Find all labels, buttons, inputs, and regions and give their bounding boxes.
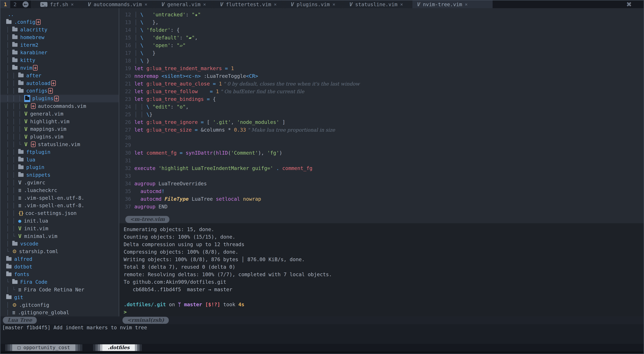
tree-item-kitty[interactable]: │ kitty (6, 56, 119, 64)
tree-item-..[interactable]: .. (6, 10, 119, 18)
code-line[interactable]: 31 (119, 157, 644, 164)
tree-item-fonts[interactable]: fonts (6, 271, 119, 278)
code-line[interactable]: 33 (119, 172, 644, 180)
code-line[interactable]: 16│ \ 'open': "▱" (119, 41, 644, 49)
tab-nvim-tree.vim[interactable]: Vnvim-tree.vim× (412, 0, 493, 8)
code-line[interactable]: 13│ \ }, (119, 18, 644, 26)
code-line[interactable]: 14│ \ 'folder': { (119, 26, 644, 34)
window-number-2[interactable]: 2 (10, 0, 20, 8)
tree-item-homebrew[interactable]: │ homebrew (6, 33, 119, 41)
tree-item-general.vim[interactable]: │ │ │ Vgeneral.vim (6, 110, 119, 118)
tree-item-.vim-spell-en.utf-8.[interactable]: │ │ ≡.vim-spell-en.utf-8. (6, 194, 119, 202)
tree-item-.luacheckrc[interactable]: │ │ ≡.luacheckrc (6, 186, 119, 194)
tree-item-.vim-spell-en.utf-8.[interactable]: │ │ ≡.vim-spell-en.utf-8. (6, 202, 119, 209)
code-line[interactable]: 15│ \ 'default': "▰", (119, 34, 644, 41)
tab-statusline.vim[interactable]: Vstatusline.vim× (345, 0, 408, 8)
tab-fzf.sh[interactable]: >_fzf.sh× (36, 0, 78, 8)
tab-autocommands.vim[interactable]: Vautocommands.vim× (83, 0, 152, 8)
window-number-1[interactable]: 1 (0, 0, 10, 8)
code-line[interactable]: 25│ │ \} (119, 111, 644, 118)
tree-item-ftplugin[interactable]: │ │ ftplugin (6, 148, 119, 156)
tab-close-icon[interactable]: × (465, 2, 468, 7)
tree-item-.gitignore_global[interactable]: │ ≡.gitignore_global (6, 309, 119, 317)
code-line[interactable]: 35 autocmd! (119, 188, 644, 195)
vim-file-icon: V (18, 179, 22, 186)
tab-close-icon[interactable]: × (203, 2, 206, 7)
tree-item-init.vim[interactable]: │ │ Vinit.vim (6, 225, 119, 232)
code-segment: } (150, 111, 152, 117)
tree-item-coc-settings.json[interactable]: │ │ {}coc-settings.json (6, 209, 119, 217)
code-line[interactable]: 22let g:lua_tree_follow = 1 " On bufEnte… (119, 88, 644, 95)
tree-item-configs[interactable]: │ │ configs+ (6, 87, 119, 95)
tab-close-icon[interactable]: × (144, 2, 148, 7)
code-line[interactable]: 19let g:lua_tree_indent_markers = 1 (119, 65, 644, 72)
code-line[interactable]: 23let g:lua_tree_bindings = { (119, 95, 644, 103)
vim-icon: V (162, 1, 164, 7)
tree-item-Fira Code[interactable]: └ Fira Code (6, 278, 119, 286)
tree-item-plugins.vim[interactable]: │ │ │ Vplugins.vim (6, 133, 119, 141)
tab-plugins.vim[interactable]: Vplugins.vim× (286, 0, 340, 8)
tmux-window-dotfiles[interactable]: .dotfiles (93, 344, 142, 351)
tree-item-vscode[interactable]: │ vscode (6, 240, 119, 248)
code-line[interactable]: 21let g:lua_tree_auto_close = 1 " 0 by d… (119, 80, 644, 88)
code-line[interactable]: 37augroup END (119, 203, 644, 211)
code-line[interactable]: 29 (119, 141, 644, 149)
code-line[interactable]: 24│ │ \ "edit": "o", (119, 103, 644, 111)
code-line[interactable]: 28 (119, 134, 644, 141)
tree-item-lua[interactable]: │ │ lua (6, 156, 119, 163)
tree-item-alfred[interactable]: alfred (6, 255, 119, 263)
prompt-cursor[interactable]: > (124, 308, 644, 316)
code-line[interactable]: 36 autocmd FileType LuaTree setlocal now… (119, 195, 644, 203)
code-line[interactable]: 17│ \ } (119, 49, 644, 57)
terminal-pane[interactable]: Enumerating objects: 15, done.Counting o… (119, 223, 644, 317)
indent-guide: │ │ (6, 226, 18, 231)
code-line[interactable]: 32execute 'highlight LuaTreeIndentMarker… (119, 164, 644, 172)
code-line[interactable]: 18│ \ } (119, 57, 644, 65)
code-line[interactable]: 30let comment_fg = synIDattr(hlID('Comme… (119, 149, 644, 157)
tree-item-Fira Code Retina Ner[interactable]: │ └ ≡Fira Code Retina Ner (6, 286, 119, 294)
code-line[interactable]: 12│ \ 'untracked': "★" (119, 11, 644, 18)
tree-item-.gvimrc[interactable]: │ │ V.gvimrc (6, 179, 119, 187)
tree-item-dotbot[interactable]: dotbot (6, 263, 119, 271)
tree-item-starship.toml[interactable]: └ ⚙starship.toml (6, 248, 119, 255)
tree-item-nvim[interactable]: │ nvim+ (6, 64, 119, 72)
tree-item-git[interactable]: git (6, 293, 119, 301)
tab-close-icon[interactable]: × (274, 2, 277, 7)
indent-guide: │ │ │ (6, 119, 24, 124)
code-line[interactable]: 34augroup LuaTreeOverrides (119, 180, 644, 188)
back-arrow-icon[interactable]: ← (22, 1, 28, 7)
tree-item-highlight.vim[interactable]: │ │ │ Vhighlight.vim (6, 118, 119, 125)
tree-item-plugins[interactable]: │ │ │ plugins+ (0, 95, 119, 102)
tree-item-minimal.vim[interactable]: │ └ Vminimal.vim (6, 232, 119, 240)
prompt-segment: .dotfiles/.git (124, 302, 166, 308)
tree-item-alacritty[interactable]: │ alacritty (6, 26, 119, 33)
tree-item-snippets[interactable]: │ │ snippets (6, 171, 119, 179)
folder-icon (18, 165, 24, 169)
tree-item-karabiner[interactable]: │ karabiner (6, 49, 119, 56)
tree-item-init.lua[interactable]: │ │ ●init.lua (6, 217, 119, 225)
code-line[interactable]: 26let g:lua_tree_ignore = [ '.git', 'nod… (119, 118, 644, 126)
tab-close-icon[interactable]: × (400, 2, 403, 7)
tab-close-icon[interactable]: × (332, 2, 335, 7)
code-line[interactable]: 27let g:lua_tree_size = &columns * 0.33 … (119, 126, 644, 134)
close-icon[interactable]: ✖ (626, 0, 632, 8)
tree-item-statusline.vim[interactable]: │ │ └ V+statusline.vim (6, 141, 119, 148)
code-segment: "o" (176, 104, 186, 110)
tab-general.vim[interactable]: Vgeneral.vim× (157, 0, 211, 8)
tree-item-label: .luacheckrc (24, 187, 57, 193)
tab-close-icon[interactable]: × (71, 2, 74, 7)
code-line[interactable]: 20nnoremap <silent><c-n> :LuaTreeToggle<… (119, 72, 644, 80)
tree-item-.gitconfig[interactable]: │ ⚙.gitconfig (6, 301, 119, 309)
tree-item-mappings.vim[interactable]: │ │ │ Vmappings.vim (6, 125, 119, 133)
tree-item-plugin[interactable]: │ │ plugin (6, 163, 119, 171)
tree-item-iterm2[interactable]: │ iterm2 (6, 41, 119, 49)
tree-item-after[interactable]: │ │ after (6, 72, 119, 79)
tree-item-.config[interactable]: .config+ (6, 18, 119, 26)
code-editor[interactable]: 12│ \ 'untracked': "★"13│ \ },14│ \ 'fol… (119, 8, 644, 215)
code-segment: = (222, 65, 231, 71)
tree-item-autoload[interactable]: │ │ autoload+ (6, 79, 119, 87)
tab-fluttertest.vim[interactable]: Vfluttertest.vim× (216, 0, 282, 8)
code-segment: }, (143, 19, 158, 25)
tree-item-autocommands.vim[interactable]: │ │ │ V+autocommands.vim (6, 102, 119, 110)
tmux-window-opportunity-cost[interactable]: □ opportunity_cost (5, 344, 82, 351)
